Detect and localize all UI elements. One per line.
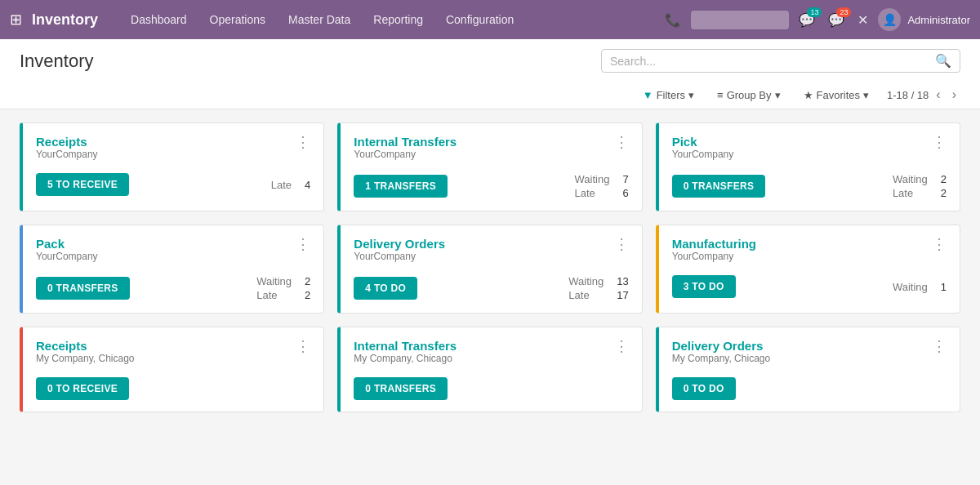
nav-operations[interactable]: Operations <box>200 8 275 31</box>
star-icon: ★ <box>804 89 813 101</box>
stat-label: Waiting <box>575 173 610 185</box>
card-subtitle: My Company, Chicago <box>36 353 135 364</box>
card-body: 0 TO DO <box>672 377 947 400</box>
card-title[interactable]: Pack <box>36 237 98 251</box>
card-header: Pack YourCompany ⋮ <box>36 237 310 272</box>
card-action-button[interactable]: 0 TO RECEIVE <box>36 377 129 400</box>
stat-value: 13 <box>617 275 628 287</box>
stat-label: Late <box>271 179 292 191</box>
card-stats: Waiting 2 Late 2 <box>256 275 310 301</box>
search-container: 🔍 <box>601 49 960 73</box>
card-title[interactable]: Internal Transfers <box>354 135 457 149</box>
admin-label: Administrator <box>907 14 970 26</box>
card-subtitle: My Company, Chicago <box>672 353 771 364</box>
chat-icon[interactable]: 💬 23 <box>825 9 848 31</box>
avatar[interactable]: 👤 <box>878 8 901 31</box>
card-action-button[interactable]: 4 TO DO <box>354 277 417 300</box>
card-action-button[interactable]: 0 TO DO <box>672 377 736 400</box>
card-menu-icon[interactable]: ⋮ <box>296 135 310 149</box>
nav-master-data[interactable]: Master Data <box>278 8 360 31</box>
card-body: 5 TO RECEIVE Late 4 <box>36 173 310 196</box>
stat-label: Late <box>568 289 589 301</box>
card-menu-icon[interactable]: ⋮ <box>614 339 629 354</box>
stat-value: 4 <box>305 179 310 191</box>
card-subtitle: YourCompany <box>36 149 98 160</box>
filter-icon: ▼ <box>643 89 653 101</box>
next-page-button[interactable]: › <box>948 86 960 104</box>
groupby-button[interactable]: ≡ Group By ▾ <box>712 87 786 104</box>
card-title[interactable]: Delivery Orders <box>354 237 445 251</box>
grid-icon[interactable]: ⊞ <box>10 11 22 29</box>
page-title: Inventory <box>20 51 94 72</box>
card-body: 0 TRANSFERS Waiting 2 Late 2 <box>36 275 310 301</box>
nav-reporting[interactable]: Reporting <box>363 8 433 31</box>
search-input[interactable] <box>610 55 935 68</box>
subheader-filters: ▼ Filters ▾ ≡ Group By ▾ ★ Favorites ▾ 1… <box>20 81 960 109</box>
phone-icon[interactable]: 📞 <box>662 9 684 31</box>
cards-container: Receipts YourCompany ⋮ 5 TO RECEIVE Late… <box>0 109 980 425</box>
card-header: Manufacturing YourCompany ⋮ <box>672 237 947 272</box>
search-icon[interactable]: 🔍 <box>935 53 951 69</box>
card-header: Delivery Orders YourCompany ⋮ <box>354 237 628 272</box>
card-body: 1 TRANSFERS Waiting 7 Late 6 <box>354 173 628 199</box>
stat-row: Late 4 <box>271 179 311 191</box>
card-action-button[interactable]: 1 TRANSFERS <box>354 175 448 198</box>
stat-label: Waiting <box>893 281 928 293</box>
stat-row: Late 2 <box>893 187 947 199</box>
card-header: Internal Transfers My Company, Chicago ⋮ <box>354 339 628 374</box>
card-title[interactable]: Delivery Orders <box>672 339 771 353</box>
card-menu-icon[interactable]: ⋮ <box>932 237 947 251</box>
stat-label: Waiting <box>568 275 604 287</box>
close-icon[interactable]: ✕ <box>854 9 871 31</box>
nav-dashboard[interactable]: Dashboard <box>121 8 197 31</box>
card-action-button[interactable]: 3 TO DO <box>672 275 736 298</box>
card-body: 0 TRANSFERS Waiting 2 Late 2 <box>672 173 947 199</box>
topnav-search-input[interactable] <box>691 11 789 29</box>
card-title[interactable]: Receipts <box>36 339 135 353</box>
card-action-button[interactable]: 0 TRANSFERS <box>672 175 766 198</box>
pagination: 1-18 / 18 ‹ › <box>887 86 960 104</box>
card-pick-yourcompany: Pick YourCompany ⋮ 0 TRANSFERS Waiting 2… <box>656 122 960 211</box>
card-internal-transfers-chicago: Internal Transfers My Company, Chicago ⋮… <box>337 327 642 412</box>
card-stats: Waiting 7 Late 6 <box>575 173 629 199</box>
groupby-icon: ≡ <box>717 89 724 101</box>
card-menu-icon[interactable]: ⋮ <box>932 339 947 354</box>
prev-page-button[interactable]: ‹ <box>932 86 944 104</box>
card-header: Receipts YourCompany ⋮ <box>36 135 310 170</box>
card-body: 0 TO RECEIVE <box>36 377 310 400</box>
card-body: 0 TRANSFERS <box>354 377 628 400</box>
card-menu-icon[interactable]: ⋮ <box>614 237 629 251</box>
stat-label: Late <box>256 289 277 301</box>
stat-value: 2 <box>941 187 947 199</box>
card-title[interactable]: Pick <box>672 135 734 149</box>
pagination-label: 1-18 / 18 <box>887 89 929 101</box>
card-title[interactable]: Receipts <box>36 135 98 149</box>
stat-value: 2 <box>305 275 310 287</box>
card-action-button[interactable]: 0 TRANSFERS <box>354 377 448 400</box>
filters-button[interactable]: ▼ Filters ▾ <box>638 87 699 104</box>
card-menu-icon[interactable]: ⋮ <box>932 135 947 149</box>
stat-value: 17 <box>617 289 628 301</box>
subheader-top: Inventory 🔍 <box>20 49 960 73</box>
card-action-button[interactable]: 5 TO RECEIVE <box>36 173 129 196</box>
favorites-button[interactable]: ★ Favorites ▾ <box>799 87 874 104</box>
activity-icon[interactable]: 💬 13 <box>795 9 818 31</box>
card-delivery-orders-yourcompany: Delivery Orders YourCompany ⋮ 4 TO DO Wa… <box>337 225 642 314</box>
card-title[interactable]: Manufacturing <box>672 237 756 251</box>
card-header: Internal Transfers YourCompany ⋮ <box>354 135 628 170</box>
topnav: ⊞ Inventory Dashboard Operations Master … <box>0 0 980 39</box>
card-menu-icon[interactable]: ⋮ <box>296 237 310 251</box>
card-stats: Waiting 13 Late 17 <box>568 275 628 301</box>
subheader: Inventory 🔍 ▼ Filters ▾ ≡ Group By ▾ ★ F… <box>0 39 980 109</box>
card-body: 3 TO DO Waiting 1 <box>672 275 947 298</box>
nav-configuration[interactable]: Configuration <box>436 8 523 31</box>
stat-row: Late 2 <box>256 289 310 301</box>
card-action-button[interactable]: 0 TRANSFERS <box>36 277 130 300</box>
chat-badge: 23 <box>836 7 851 17</box>
card-menu-icon[interactable]: ⋮ <box>296 339 310 354</box>
stat-row: Waiting 7 <box>575 173 629 185</box>
card-manufacturing-yourcompany: Manufacturing YourCompany ⋮ 3 TO DO Wait… <box>656 225 960 314</box>
card-title[interactable]: Internal Transfers <box>354 339 457 353</box>
topnav-menu: Dashboard Operations Master Data Reporti… <box>121 8 658 31</box>
card-menu-icon[interactable]: ⋮ <box>614 135 629 149</box>
